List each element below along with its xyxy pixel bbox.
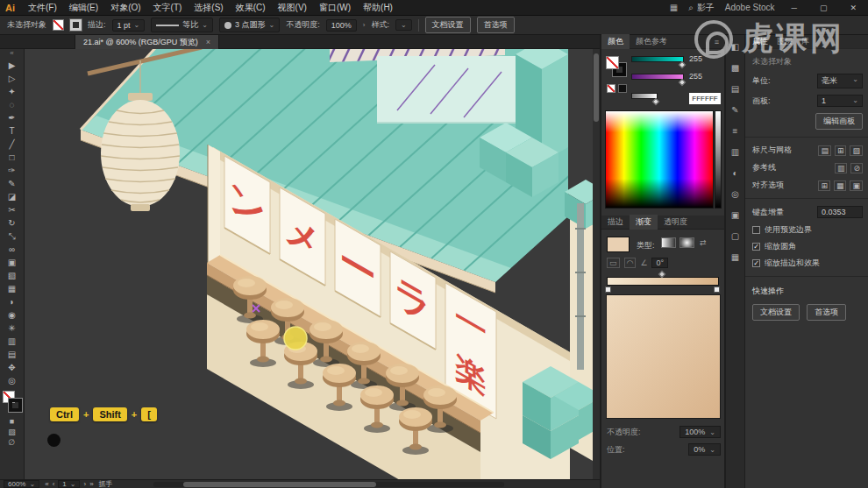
- use-preview-bounds-checkbox[interactable]: [752, 226, 760, 234]
- opacity-value[interactable]: 100%: [326, 19, 357, 32]
- collapse-toolbar-icon[interactable]: «: [10, 49, 13, 59]
- color-guide-panel-icon[interactable]: ▩: [731, 63, 739, 73]
- gradient-stop-left[interactable]: [605, 286, 611, 293]
- pen-tool-icon[interactable]: ✒: [8, 111, 15, 124]
- gradient-tool-icon[interactable]: ▧: [8, 269, 16, 282]
- opacity-dropdown[interactable]: 100%⌄: [679, 426, 721, 438]
- color-slider-lightness[interactable]: [631, 91, 658, 100]
- gradient-slider[interactable]: [607, 277, 719, 286]
- edit-artboards-button[interactable]: 编辑画板: [815, 113, 863, 130]
- tab-color-guide[interactable]: 颜色参考: [630, 34, 673, 49]
- artboard-canvas[interactable]: ン メ ー ラ 一 楽: [25, 49, 600, 479]
- stroke-along-icon[interactable]: ◠: [624, 258, 637, 268]
- grid-icon[interactable]: ⊞: [835, 145, 847, 156]
- black-swatch[interactable]: [618, 84, 627, 93]
- lock-guides-icon[interactable]: ⊘: [850, 163, 863, 173]
- transparency-grid-icon[interactable]: ▨: [850, 145, 863, 156]
- app-search[interactable]: ⌕ 影子: [688, 2, 715, 14]
- menu-edit[interactable]: 编辑(E): [63, 2, 104, 14]
- menu-view[interactable]: 视图(V): [272, 2, 313, 14]
- lasso-tool-icon[interactable]: ◌: [10, 98, 15, 111]
- color-slider-cyan[interactable]: 255: [631, 54, 712, 63]
- tab-layers[interactable]: 图层: [777, 36, 793, 47]
- fill-swatch[interactable]: [53, 19, 64, 31]
- color-fill-stroke-proxy[interactable]: [606, 56, 629, 79]
- tab-color[interactable]: 颜色: [601, 34, 630, 49]
- hex-value-field[interactable]: FFFFFF: [689, 93, 721, 104]
- menu-type[interactable]: 文字(T): [147, 2, 189, 14]
- none-swatch[interactable]: [607, 84, 615, 93]
- tab-transparency[interactable]: 透明度: [658, 215, 694, 230]
- menu-effect[interactable]: 效果(C): [230, 2, 272, 14]
- restore-button[interactable]: ▢: [814, 4, 834, 12]
- linear-gradient-icon[interactable]: [661, 237, 676, 248]
- fill-none-mode-icon[interactable]: ∅: [9, 438, 16, 447]
- libraries-panel-icon[interactable]: ▦: [731, 252, 739, 262]
- vertical-scrollbar[interactable]: [593, 49, 600, 479]
- horizontal-scrollbar-thumb[interactable]: [183, 482, 376, 487]
- units-dropdown[interactable]: 毫米⌄: [817, 74, 863, 88]
- magic-wand-tool-icon[interactable]: ✦: [8, 85, 15, 98]
- arrange-documents-icon[interactable]: ▦: [670, 3, 678, 12]
- column-graph-tool-icon[interactable]: ▥: [8, 335, 16, 348]
- prev-artboard-icon[interactable]: ‹: [53, 480, 55, 488]
- tab-libraries[interactable]: 库: [801, 36, 809, 47]
- vertical-scrollbar-thumb[interactable]: [594, 53, 599, 122]
- scale-tool-icon[interactable]: ⤡: [9, 230, 16, 243]
- mesh-tool-icon[interactable]: ▦: [8, 282, 16, 295]
- panel-menu-icon[interactable]: ≡: [715, 38, 724, 46]
- line-segment-tool-icon[interactable]: ╱: [9, 138, 14, 151]
- fill-stroke-indicator[interactable]: [1, 389, 24, 417]
- preferences-button[interactable]: 首选项: [477, 17, 515, 33]
- location-dropdown[interactable]: 0%⌄: [688, 443, 721, 456]
- paintbrush-tool-icon[interactable]: ✑: [8, 164, 15, 177]
- bw-ramp[interactable]: [715, 110, 722, 209]
- artboard-tool-icon[interactable]: ▤: [8, 348, 16, 361]
- free-transform-tool-icon[interactable]: ▣: [8, 256, 16, 269]
- zoom-dropdown[interactable]: 600%⌄: [4, 480, 39, 488]
- menu-select[interactable]: 选择(S): [188, 2, 229, 14]
- last-artboard-icon[interactable]: »: [89, 480, 93, 488]
- graphic-styles-panel-icon[interactable]: ▣: [731, 210, 739, 220]
- pencil-tool-icon[interactable]: ✎: [8, 177, 15, 190]
- rotate-tool-icon[interactable]: ↻: [8, 216, 15, 230]
- snap-grid-icon[interactable]: ⊞: [818, 180, 830, 191]
- color-spectrum[interactable]: [605, 110, 714, 209]
- menu-object[interactable]: 对象(O): [104, 2, 146, 14]
- swatches-panel-icon[interactable]: ▤: [731, 84, 739, 94]
- scissors-tool-icon[interactable]: ✂: [8, 203, 15, 216]
- stroke-proxy[interactable]: [9, 399, 22, 412]
- tab-properties[interactable]: 属性: [752, 36, 768, 47]
- menu-window[interactable]: 窗口(W): [313, 2, 357, 14]
- minimize-button[interactable]: ─: [786, 4, 803, 12]
- hand-tool-icon[interactable]: ✥: [8, 361, 15, 374]
- snap-pixel-icon[interactable]: ▦: [834, 180, 847, 191]
- zoom-tool-icon[interactable]: ◎: [8, 374, 16, 387]
- tab-gradient[interactable]: 渐变: [630, 215, 658, 230]
- scale-strokes-effects-checkbox[interactable]: ✓: [752, 259, 760, 267]
- document-setup-button[interactable]: 文档设置: [425, 17, 471, 33]
- fill-color-mode-icon[interactable]: ■: [10, 417, 14, 426]
- brushes-panel-icon[interactable]: ✎: [731, 105, 738, 115]
- tab-stroke[interactable]: 描边: [601, 215, 630, 230]
- menu-file[interactable]: 文件(F): [22, 2, 63, 14]
- first-artboard-icon[interactable]: «: [45, 480, 48, 488]
- stroke-within-icon[interactable]: ▭: [607, 258, 620, 268]
- snap-point-icon[interactable]: ▣: [850, 180, 863, 191]
- artboard-number-field[interactable]: 1⌄: [58, 480, 80, 488]
- rectangle-tool-icon[interactable]: □: [9, 151, 14, 164]
- reverse-gradient-icon[interactable]: ⇄: [700, 238, 707, 247]
- document-setup-button[interactable]: 文档设置: [752, 304, 800, 321]
- artboard-dropdown[interactable]: 1⌄: [817, 95, 863, 107]
- width-tool-icon[interactable]: ∞: [9, 243, 15, 256]
- gradient-swatch[interactable]: [607, 237, 630, 252]
- transparency-panel-icon[interactable]: ◐: [732, 168, 737, 178]
- document-tab[interactable]: 21.ai* @ 600% (RGB/GPU 预览) ×: [75, 35, 219, 49]
- close-button[interactable]: ✕: [843, 4, 863, 12]
- layers-panel-icon[interactable]: ▢: [731, 231, 739, 241]
- stroke-panel-icon[interactable]: ≡: [733, 126, 738, 136]
- ruler-icon[interactable]: ▤: [818, 145, 831, 156]
- radial-gradient-icon[interactable]: [679, 237, 694, 248]
- menu-help[interactable]: 帮助(H): [357, 2, 399, 14]
- gradient-preview[interactable]: [606, 294, 721, 419]
